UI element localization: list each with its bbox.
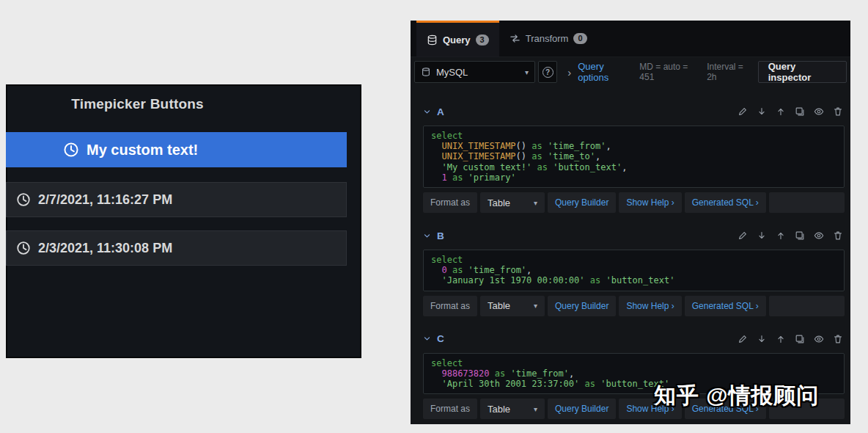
datasource-help-button[interactable]: ? <box>538 61 557 83</box>
tab-transform[interactable]: Transform 0 <box>499 21 597 57</box>
query-ref-letter: B <box>437 230 444 241</box>
disable-query-button[interactable] <box>814 334 824 344</box>
query-ref-letter: A <box>437 106 444 117</box>
query-footer: Format as Table▾ Query Builder Show Help… <box>423 296 845 316</box>
footer-filler <box>769 296 845 316</box>
duplicate-query-button[interactable] <box>795 106 805 117</box>
query-count-badge: 3 <box>476 34 489 46</box>
query-section-a: A select UNIX_TIMESTAMP() as 'time_from'… <box>423 102 845 213</box>
edit-query-button[interactable] <box>738 334 748 344</box>
trash-icon <box>833 334 843 344</box>
transform-icon <box>510 33 521 44</box>
query-options-label: Query options <box>578 61 633 83</box>
max-data-points-summary: MD = auto = 451 <box>639 62 700 82</box>
edit-query-button[interactable] <box>738 106 748 117</box>
move-query-down-button[interactable] <box>757 106 767 117</box>
copy-icon <box>795 334 805 344</box>
query-inspector-button[interactable]: Query inspector <box>758 61 847 83</box>
generated-sql-button[interactable]: Generated SQL › <box>685 399 766 419</box>
panel-title: Timepicker Buttons <box>7 96 268 112</box>
database-icon <box>427 34 438 46</box>
timepicker-button-label: My custom text! <box>87 142 198 159</box>
sql-code-editor[interactable]: select UNIX_TIMESTAMP() as 'time_from', … <box>423 125 845 188</box>
query-actions <box>738 106 845 117</box>
pencil-icon <box>738 230 748 241</box>
eye-icon <box>814 230 824 241</box>
move-query-up-button[interactable] <box>776 106 786 117</box>
query-list: A select UNIX_TIMESTAMP() as 'time_from'… <box>423 102 845 419</box>
move-query-up-button[interactable] <box>776 334 786 344</box>
query-actions <box>738 334 845 344</box>
chevron-down-icon <box>423 108 431 116</box>
format-as-label: Format as <box>423 296 477 316</box>
clock-icon <box>63 142 79 158</box>
format-select[interactable]: Table▾ <box>480 192 545 213</box>
delete-query-button[interactable] <box>833 106 843 117</box>
query-footer: Format as Table▾ Query Builder Show Help… <box>423 192 845 213</box>
editor-tabbar: Query 3 Transform 0 <box>411 21 850 57</box>
query-section-b: B select 0 as 'time_from', 'January 1st … <box>423 226 845 316</box>
disable-query-button[interactable] <box>814 106 824 117</box>
query-collapse-toggle[interactable]: A <box>423 106 444 117</box>
show-help-button[interactable]: Show Help › <box>619 399 681 419</box>
timepicker-button-date-1[interactable]: 2/7/2021, 11:16:27 PM <box>6 182 347 217</box>
format-select[interactable]: Table▾ <box>480 296 545 316</box>
duplicate-query-button[interactable] <box>795 230 805 241</box>
chevron-right-icon: › <box>567 66 571 79</box>
format-select[interactable]: Table▾ <box>480 399 545 419</box>
show-help-button[interactable]: Show Help › <box>619 192 681 213</box>
query-header: C <box>423 330 845 349</box>
generated-sql-button[interactable]: Generated SQL › <box>685 192 766 213</box>
query-builder-button[interactable]: Query Builder <box>548 192 616 213</box>
arrow-down-icon <box>757 230 767 241</box>
clock-icon <box>16 192 31 207</box>
delete-query-button[interactable] <box>833 334 843 344</box>
timepicker-button-custom[interactable]: My custom text! <box>6 132 347 167</box>
datasource-select[interactable]: MySQL ▾ <box>414 61 535 83</box>
delete-query-button[interactable] <box>833 230 843 241</box>
timepicker-button-date-2[interactable]: 2/3/2021, 11:30:08 PM <box>6 230 347 266</box>
copy-icon <box>795 230 805 241</box>
query-collapse-toggle[interactable]: B <box>423 230 444 241</box>
format-value: Table <box>488 197 510 208</box>
arrow-down-icon <box>757 106 767 117</box>
datasource-name: MySQL <box>436 67 520 78</box>
query-editor: Query 3 Transform 0 MySQL ▾ ? › Query op… <box>411 21 850 424</box>
tab-query[interactable]: Query 3 <box>416 21 499 57</box>
edit-query-button[interactable] <box>738 230 748 241</box>
format-value: Table <box>488 300 510 311</box>
chevron-down-icon <box>423 335 431 343</box>
chevron-down-icon: ▾ <box>534 199 537 207</box>
query-builder-button[interactable]: Query Builder <box>548 399 616 419</box>
disable-query-button[interactable] <box>814 230 824 241</box>
copy-icon <box>795 106 805 117</box>
query-header: A <box>423 102 845 121</box>
query-footer: Format as Table▾ Query Builder Show Help… <box>423 399 845 419</box>
pencil-icon <box>738 334 748 344</box>
query-actions <box>738 230 845 241</box>
trash-icon <box>833 106 843 117</box>
query-section-c: C select 988673820 as 'time_from', 'Apri… <box>423 330 845 420</box>
move-query-down-button[interactable] <box>757 230 767 241</box>
chevron-down-icon <box>423 232 431 240</box>
chevron-down-icon: ▾ <box>534 405 537 413</box>
arrow-down-icon <box>757 334 767 344</box>
query-builder-button[interactable]: Query Builder <box>548 296 616 316</box>
clock-icon <box>16 241 31 255</box>
show-help-button[interactable]: Show Help › <box>619 296 681 316</box>
move-query-up-button[interactable] <box>776 230 786 241</box>
tab-label: Transform <box>526 33 569 44</box>
move-query-down-button[interactable] <box>757 334 767 344</box>
format-as-label: Format as <box>423 192 477 213</box>
sql-code-editor[interactable]: select 988673820 as 'time_from', 'April … <box>423 353 845 395</box>
chevron-down-icon: ▾ <box>534 302 537 310</box>
arrow-up-icon <box>776 334 786 344</box>
duplicate-query-button[interactable] <box>795 334 805 344</box>
sql-code-editor[interactable]: select 0 as 'time_from', 'January 1st 19… <box>423 250 845 291</box>
arrow-up-icon <box>776 230 786 241</box>
query-collapse-toggle[interactable]: C <box>423 333 444 344</box>
query-options-toggle[interactable]: › Query options MD = auto = 451 Interval… <box>567 61 751 83</box>
question-circle-icon: ? <box>542 67 553 78</box>
eye-icon <box>814 106 824 117</box>
generated-sql-button[interactable]: Generated SQL › <box>685 296 766 316</box>
